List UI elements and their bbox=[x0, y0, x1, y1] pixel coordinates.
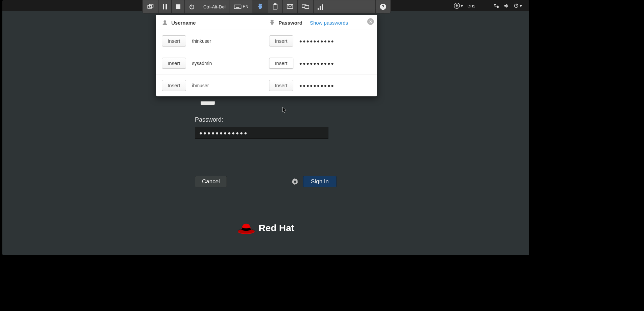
insert-password-button[interactable]: Insert bbox=[269, 35, 293, 46]
svg-rect-23 bbox=[305, 6, 309, 8]
person-icon bbox=[162, 20, 168, 26]
credentials-panel: Username Password Show passwords ✕ Inser… bbox=[156, 15, 377, 96]
stop-icon[interactable] bbox=[172, 0, 185, 13]
clipboard-icon[interactable] bbox=[268, 0, 283, 13]
svg-point-17 bbox=[259, 4, 260, 5]
fit-screen-icon[interactable] bbox=[283, 0, 298, 13]
password-header: Password bbox=[279, 20, 302, 26]
insert-password-button[interactable]: Insert bbox=[269, 80, 293, 91]
svg-rect-8 bbox=[163, 4, 164, 9]
svg-text:?: ? bbox=[382, 4, 384, 9]
help-icon[interactable]: ? bbox=[375, 0, 390, 13]
windows-icon[interactable] bbox=[143, 0, 158, 13]
svg-rect-25 bbox=[320, 6, 321, 10]
username-value: thinkuser bbox=[192, 38, 211, 44]
username-value: sysadmin bbox=[192, 61, 212, 66]
brand-name: Red Hat bbox=[259, 223, 294, 234]
cancel-button[interactable]: Cancel bbox=[195, 176, 227, 187]
user-chip-remnant[interactable] bbox=[201, 101, 215, 105]
fedora-hat-icon bbox=[237, 221, 255, 235]
password-mask: ●●●●●●●●●● bbox=[299, 61, 335, 66]
svg-rect-20 bbox=[274, 4, 276, 5]
ctrl-alt-del-button[interactable]: Ctrl-Alt-Del bbox=[199, 0, 230, 13]
vnc-toolbar: Ctrl-Alt-Del EN ? bbox=[142, 0, 391, 13]
password-label: Password: bbox=[195, 116, 336, 123]
signal-icon[interactable] bbox=[314, 0, 328, 13]
svg-point-31 bbox=[272, 20, 274, 22]
login-form: Password: ●●●●●●●●●●●● Cancel Sign In bbox=[195, 101, 336, 187]
show-passwords-link[interactable]: Show passwords bbox=[310, 20, 348, 26]
username-value: ibmuser bbox=[192, 83, 209, 88]
svg-rect-10 bbox=[176, 4, 180, 9]
credential-row: Insert sysadmin Insert ●●●●●●●●●● bbox=[156, 52, 377, 74]
svg-rect-26 bbox=[322, 4, 323, 10]
close-icon[interactable]: ✕ bbox=[367, 18, 374, 25]
gear-icon[interactable] bbox=[292, 178, 298, 185]
redhat-logo: Red Hat bbox=[237, 221, 294, 235]
remote-desktop-frame: May 5 01:44 ▾ en₁ ▾ bbox=[2, 0, 529, 255]
credential-row: Insert ibmuser Insert ●●●●●●●●●● bbox=[156, 74, 377, 96]
svg-rect-13 bbox=[234, 5, 241, 9]
insert-username-button[interactable]: Insert bbox=[162, 80, 186, 91]
password-input[interactable]: ●●●●●●●●●●●● bbox=[195, 127, 328, 139]
insert-username-button[interactable]: Insert bbox=[162, 58, 186, 69]
svg-rect-24 bbox=[318, 8, 319, 10]
keys-icon bbox=[269, 20, 275, 26]
insert-password-button[interactable]: Insert bbox=[269, 58, 293, 69]
password-mask: ●●●●●●●●●● bbox=[299, 83, 335, 88]
svg-rect-9 bbox=[166, 4, 167, 9]
sign-in-button[interactable]: Sign In bbox=[303, 176, 336, 187]
svg-point-30 bbox=[271, 20, 272, 22]
svg-point-29 bbox=[164, 20, 166, 23]
svg-rect-21 bbox=[287, 4, 293, 8]
text-caret bbox=[249, 129, 249, 136]
pause-icon[interactable] bbox=[158, 0, 172, 13]
insert-username-button[interactable]: Insert bbox=[162, 35, 186, 46]
credentials-icon[interactable] bbox=[253, 0, 268, 13]
username-header: Username bbox=[171, 20, 196, 26]
keyboard-lang-label: EN bbox=[243, 4, 248, 9]
password-mask: ●●●●●●●●●● bbox=[299, 38, 335, 44]
credential-row: Insert thinkuser Insert ●●●●●●●●●● bbox=[156, 30, 377, 52]
svg-point-18 bbox=[260, 4, 262, 5]
power-icon[interactable] bbox=[185, 0, 199, 13]
keyboard-layout-button[interactable]: EN bbox=[230, 0, 253, 13]
password-input-value: ●●●●●●●●●●●● bbox=[199, 130, 248, 136]
multi-monitor-icon[interactable] bbox=[298, 0, 314, 13]
